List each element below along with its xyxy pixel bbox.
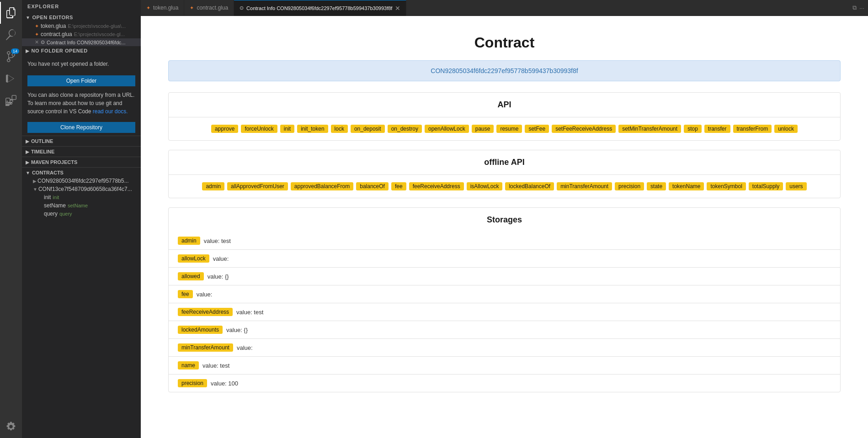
timeline-label: TIMELINE — [31, 149, 54, 154]
api-tag-init[interactable]: init — [280, 125, 294, 133]
api-section-card: API approveforceUnlockinitinit_tokenlock… — [168, 92, 841, 141]
tab-token-glua[interactable]: ✦ token.glua — [141, 0, 184, 16]
open-folder-button[interactable]: Open Folder — [27, 75, 135, 86]
lua-icon-token: ✦ — [35, 23, 39, 29]
search-icon[interactable] — [0, 24, 22, 46]
offline-api-tag-lockedBalanceOf[interactable]: lockedBalanceOf — [505, 182, 554, 190]
api-tag-unlock[interactable]: unlock — [774, 125, 798, 133]
more-actions-icon[interactable]: ··· — [859, 5, 864, 11]
settings-icon[interactable] — [0, 416, 22, 438]
offline-api-tag-fee[interactable]: fee — [391, 182, 406, 190]
api-tag-pause[interactable]: pause — [472, 125, 494, 133]
tab-bar: ✦ token.glua ✦ contract.glua ⊙ Contract … — [141, 0, 868, 16]
api-tag-stop[interactable]: stop — [684, 125, 702, 133]
contract-item-2[interactable]: ▼ CONf13ce7f548709d60658ca36f4c7... — [22, 185, 141, 193]
outline-label: OUTLINE — [31, 138, 53, 144]
api-tag-lock[interactable]: lock — [331, 125, 348, 133]
api-tag-init_token[interactable]: init_token — [297, 125, 328, 133]
contract-child-setname-name: setName — [44, 202, 66, 209]
offline-api-tag-tokenName[interactable]: tokenName — [669, 182, 704, 190]
extensions-icon[interactable] — [0, 90, 22, 111]
tab-actions: ⧉ ··· — [849, 4, 868, 11]
storage-value-name: value: test — [202, 362, 229, 369]
sidebar: EXPLORER ▼ OPEN EDITORS ✦ token.glua E:\… — [22, 0, 141, 438]
offline-api-tag-tokenSymbol[interactable]: tokenSymbol — [707, 182, 746, 190]
outline-chevron: ▶ — [26, 139, 29, 144]
file-item-contract-info[interactable]: ✕ ⊙ Contract Info CON92805034f6fdc... — [22, 38, 141, 46]
storage-value-feeReceiveAddress: value: test — [236, 309, 263, 316]
open-editors-header[interactable]: ▼ OPEN EDITORS — [22, 13, 141, 22]
no-folder-label: NO FOLDER OPENED — [32, 48, 88, 53]
split-editor-icon[interactable]: ⧉ — [852, 4, 857, 11]
tab-icon-token: ✦ — [146, 5, 150, 11]
file-item-contract[interactable]: ✦ contract.glua E:\projects\vscode-gl... — [22, 30, 141, 38]
timeline-chevron: ▶ — [26, 149, 29, 154]
api-tag-transfer[interactable]: transfer — [704, 125, 730, 133]
offline-api-tag-admin[interactable]: admin — [202, 182, 224, 190]
source-control-icon[interactable]: 14 — [0, 46, 22, 68]
offline-api-section-card: offline API adminallApprovedFromUserappr… — [168, 150, 841, 198]
sidebar-scroll: ▼ OPEN EDITORS ✦ token.glua E:\projects\… — [22, 13, 141, 438]
offline-api-tag-totalSupply[interactable]: totalSupply — [749, 182, 783, 190]
lua-icon-contract: ✦ — [35, 32, 39, 37]
tab-icon-contract: ✦ — [190, 5, 194, 11]
api-tag-resume[interactable]: resume — [496, 125, 522, 133]
contract-child-setname[interactable]: setName setName — [22, 201, 141, 210]
clone-repo-button[interactable]: Clone Repository — [27, 122, 135, 133]
contract-child-setname-sublabel: setName — [68, 203, 88, 208]
contracts-label: CONTRACTS — [32, 170, 64, 175]
api-tag-approve[interactable]: approve — [211, 125, 238, 133]
timeline-header[interactable]: ▶ TIMELINE — [22, 148, 141, 156]
no-folder-header[interactable]: ▶ NO FOLDER OPENED — [22, 46, 141, 55]
storage-key-lockedAmounts: lockedAmounts — [178, 326, 223, 334]
offline-api-tag-allApprovedFromUser[interactable]: allApprovedFromUser — [227, 182, 288, 190]
api-tag-openAllowLock[interactable]: openAllowLock — [425, 125, 469, 133]
offline-api-tag-feeReceiveAddress[interactable]: feeReceiveAddress — [409, 182, 464, 190]
offline-api-tag-users[interactable]: users — [786, 182, 806, 190]
open-editors-chevron: ▼ — [26, 15, 30, 20]
timeline-section: ▶ TIMELINE — [22, 146, 141, 157]
tab-contract-glua[interactable]: ✦ contract.glua — [184, 0, 234, 16]
storage-key-name: name — [178, 361, 199, 369]
tab-close-info[interactable]: ✕ — [395, 5, 400, 11]
sidebar-header: EXPLORER — [22, 0, 141, 13]
offline-api-tag-approvedBalanceFrom[interactable]: approvedBalanceFrom — [291, 182, 353, 190]
offline-api-tag-state[interactable]: state — [647, 182, 666, 190]
offline-api-tag-balanceOf[interactable]: balanceOf — [356, 182, 389, 190]
storage-row-lockedAmounts: lockedAmountsvalue: {} — [169, 321, 840, 338]
contracts-header[interactable]: ▼ CONTRACTS — [22, 169, 141, 177]
maven-chevron: ▶ — [26, 160, 29, 165]
storage-row-minTransferAmount: minTransferAmountvalue: — [169, 338, 840, 356]
tab-contract-info[interactable]: ⊙ Contract Info CON92805034f6fdc2297ef95… — [234, 0, 406, 16]
tab-label-info: Contract Info CON92805034f6fdc2297ef9577… — [246, 5, 392, 11]
api-tag-transferFrom[interactable]: transferFrom — [733, 125, 772, 133]
storages-title: Storages — [169, 208, 840, 232]
api-tags-body: approveforceUnlockinitinit_tokenlockon_d… — [169, 117, 840, 140]
close-contract-info[interactable]: ✕ — [35, 39, 39, 45]
offline-api-tag-isAllowLock[interactable]: isAllowLock — [467, 182, 503, 190]
api-tag-setFee[interactable]: setFee — [525, 125, 549, 133]
read-docs-link[interactable]: read our docs. — [93, 108, 128, 115]
offline-api-tag-precision[interactable]: precision — [615, 182, 644, 190]
storage-row-allowLock: allowLockvalue: — [169, 249, 840, 267]
file-item-token[interactable]: ✦ token.glua E:\projects\vscode-glua\... — [22, 22, 141, 30]
api-tag-forceUnlock[interactable]: forceUnlock — [241, 125, 277, 133]
files-icon[interactable] — [0, 2, 22, 24]
maven-header[interactable]: ▶ MAVEN PROJECTS — [22, 158, 141, 166]
api-tag-setMinTransferAmount[interactable]: setMinTransferAmount — [618, 125, 681, 133]
source-control-badge: 14 — [11, 48, 19, 54]
run-icon[interactable] — [0, 68, 22, 90]
outline-header[interactable]: ▶ OUTLINE — [22, 137, 141, 145]
api-tag-setFeeReceiveAddress[interactable]: setFeeReceiveAddress — [552, 125, 616, 133]
api-tag-on_deposit[interactable]: on_deposit — [351, 125, 385, 133]
contract-item-1[interactable]: ▶ CON92805034f6fdc2297ef95778b5... — [22, 177, 141, 185]
storage-row-admin: adminvalue: test — [169, 232, 840, 249]
offline-api-tag-minTransferAmount[interactable]: minTransferAmount — [557, 182, 612, 190]
api-tag-on_destroy[interactable]: on_destroy — [388, 125, 422, 133]
contract-child-init[interactable]: init init — [22, 193, 141, 201]
storage-value-minTransferAmount: value: — [237, 344, 253, 351]
storage-value-fee: value: — [197, 291, 213, 298]
contract-child-query[interactable]: query query — [22, 210, 141, 218]
storage-row-allowed: allowedvalue: {} — [169, 267, 840, 285]
contract-title: Contract — [168, 34, 841, 51]
